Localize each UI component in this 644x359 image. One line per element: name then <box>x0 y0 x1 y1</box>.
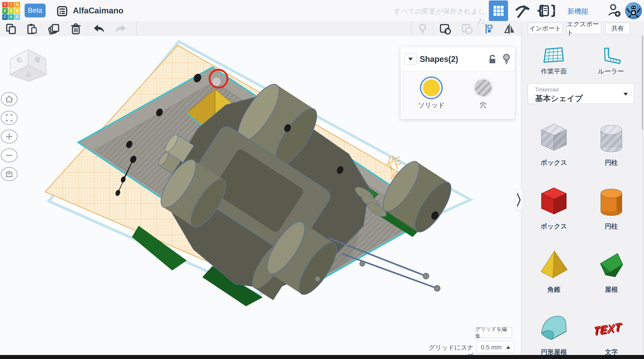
hole-swatch[interactable] <box>472 77 494 100</box>
shape-roof-green[interactable]: 屋根 <box>587 248 636 294</box>
fit-view-button[interactable] <box>1 111 17 124</box>
ruler-tool[interactable]: ルーラー <box>586 47 636 76</box>
chevron-down-icon <box>624 93 628 96</box>
invite-person-icon[interactable] <box>607 4 622 19</box>
zoom-out-button[interactable] <box>1 149 17 162</box>
svg-text:下: 下 <box>26 71 32 77</box>
shape-label: ボックス <box>529 222 578 231</box>
delete-icon[interactable] <box>70 23 82 36</box>
workplane-icon <box>543 47 565 64</box>
logo-tile: T <box>2 2 8 8</box>
chevron-up-icon <box>506 346 510 349</box>
share-button[interactable]: 共有 <box>605 22 630 34</box>
design-properties-icon[interactable] <box>57 6 68 18</box>
save-status-text: すべての変更が保存されました <box>387 7 485 26</box>
shape-round-roof-teal[interactable]: 円形屋根 <box>529 310 578 357</box>
export-button[interactable]: エクスポート <box>566 22 601 34</box>
codeblocks-icon[interactable]: { } <box>536 3 555 19</box>
shapes-panel-title: Shapes(2) <box>420 54 458 64</box>
copy-icon[interactable] <box>5 23 16 35</box>
edit-grid-button[interactable]: グリッドを編集 <box>475 327 512 338</box>
duplicate-icon[interactable] <box>48 23 60 36</box>
logo-tile: A <box>8 14 14 20</box>
user-avatar[interactable] <box>625 2 642 19</box>
shape-library-sidebar: 作業平面 ルーラー Tinkercad 基本シェイプ ボックス <box>521 36 644 355</box>
zoom-in-button[interactable] <box>1 130 17 143</box>
logo-tile: N <box>14 2 20 8</box>
browser-bottom-bar <box>0 355 644 359</box>
shape-box-striped[interactable]: ボックス <box>529 121 578 167</box>
sidebar-collapse-tab[interactable] <box>515 190 522 210</box>
hide-bulb-icon[interactable] <box>502 54 512 65</box>
hole-label: 穴 <box>461 101 506 110</box>
chevron-right-icon <box>516 192 521 208</box>
shape-label: 円柱 <box>587 158 636 167</box>
solid-color-swatch[interactable] <box>420 76 443 100</box>
edit-toolbar: インポート エクスポート 共有 <box>0 22 644 36</box>
workplane-label: 作業平面 <box>529 67 578 76</box>
solid-label: ソリッド <box>409 101 454 110</box>
unlock-icon[interactable] <box>487 54 498 64</box>
logo-tile: C <box>2 14 8 20</box>
snap-value-dropdown[interactable]: 0.5 mm <box>476 341 514 353</box>
collapse-panel-button[interactable] <box>404 53 416 65</box>
shape-label: ボックス <box>529 158 578 167</box>
svg-text:}: } <box>550 3 555 18</box>
shapes-inspector-panel: Shapes(2) ソリッド <box>400 47 515 119</box>
redo-icon[interactable] <box>114 23 127 35</box>
align-icon[interactable] <box>484 23 496 35</box>
ruler-label: ルーラー <box>586 67 636 76</box>
tinker-pickaxe-icon[interactable] <box>514 3 530 19</box>
chevron-down-icon <box>408 58 413 60</box>
tinkercad-logo[interactable]: TINKERCAD <box>2 2 20 20</box>
app-header: TINKERCAD Beta AlfaCaimano すべての変更が保存されまし… <box>0 0 644 22</box>
logo-tile: R <box>14 8 20 14</box>
whats-new-link[interactable]: 新機能 <box>568 7 588 16</box>
snap-value: 0.5 mm <box>481 344 502 351</box>
paste-icon[interactable] <box>26 23 38 35</box>
logo-tile: K <box>2 8 8 14</box>
shape-label: 屋根 <box>587 285 636 294</box>
perspective-toggle-button[interactable] <box>1 168 17 181</box>
design-title[interactable]: AlfaCaimano <box>73 6 124 16</box>
shape-cylinder-striped[interactable]: 円柱 <box>587 121 636 167</box>
shape-label: 円柱 <box>587 222 636 231</box>
sidebar-scrollbar[interactable] <box>642 36 644 355</box>
logo-tile: E <box>8 8 14 14</box>
import-button[interactable]: インポート <box>528 22 562 34</box>
ruler-icon <box>600 47 622 64</box>
undo-icon[interactable] <box>92 23 105 35</box>
shape-cylinder-orange[interactable]: 円柱 <box>587 184 636 231</box>
shape-text-red[interactable]: TEXT TEXT 文字 <box>587 310 636 357</box>
mirror-icon[interactable] <box>504 23 516 35</box>
workplane-tool[interactable]: 作業平面 <box>529 47 578 76</box>
logo-tile: I <box>8 2 14 8</box>
library-name: 基本シェイプ <box>535 93 583 104</box>
shape-box-red[interactable]: ボックス <box>529 184 578 231</box>
beta-button[interactable]: Beta <box>24 4 46 18</box>
library-brand: Tinkercad <box>535 86 558 93</box>
home-view-button[interactable] <box>1 92 17 106</box>
logo-tile: D <box>14 14 20 20</box>
shape-label: 角錐 <box>529 285 578 294</box>
shape-library-dropdown[interactable]: Tinkercad 基本シェイプ <box>528 84 634 104</box>
shape-pyramid-yellow[interactable]: 角錐 <box>529 248 578 294</box>
dashboard-grid-button[interactable] <box>489 0 508 21</box>
